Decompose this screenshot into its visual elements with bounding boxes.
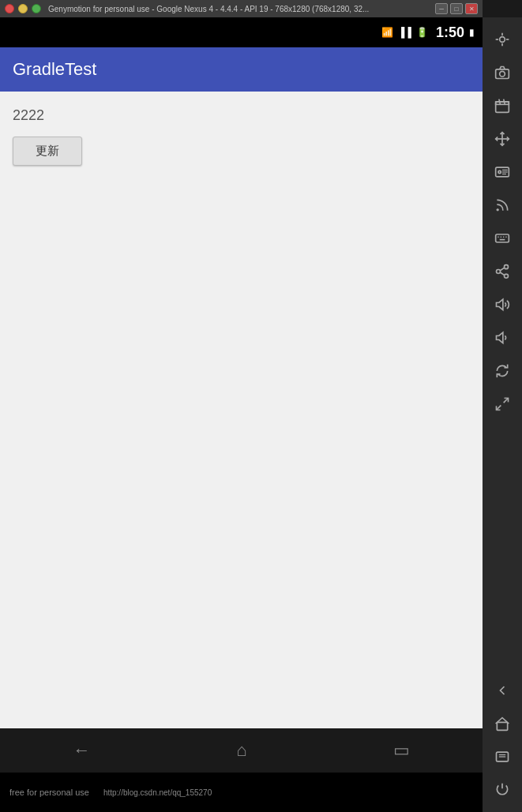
clapboard-icon xyxy=(494,98,510,114)
gps-button[interactable] xyxy=(486,24,518,55)
svg-point-26 xyxy=(505,265,509,269)
sidebar-recents-icon xyxy=(494,749,510,765)
status-time: 1:50 xyxy=(436,24,464,41)
svg-rect-35 xyxy=(497,722,507,730)
max-dot[interactable] xyxy=(32,4,41,13)
keyboard-button[interactable] xyxy=(486,223,518,254)
app-content: 2222 更新 xyxy=(0,92,483,728)
watermark-bar: free for personal use http://blog.csdn.n… xyxy=(0,773,483,812)
recents-nav-icon[interactable]: ▭ xyxy=(393,740,410,761)
svg-point-19 xyxy=(497,208,499,211)
svg-point-0 xyxy=(500,37,505,43)
svg-point-6 xyxy=(500,71,505,77)
id-icon xyxy=(494,164,510,180)
app-title: GradleTest xyxy=(13,59,96,80)
clapboard-button[interactable] xyxy=(486,90,518,122)
rss-button[interactable] xyxy=(486,189,518,221)
svg-line-30 xyxy=(501,272,505,275)
power-button[interactable] xyxy=(486,774,518,806)
sidebar-recents-button[interactable] xyxy=(486,741,518,773)
rss-icon xyxy=(494,197,510,213)
power-icon xyxy=(494,782,510,798)
android-nav-bar: ← ⌂ ▭ xyxy=(0,728,483,773)
watermark-text: free for personal use xyxy=(9,788,89,797)
share-icon xyxy=(494,264,510,279)
min-dot[interactable] xyxy=(18,4,28,13)
right-battery-icon: ▮ xyxy=(469,27,475,38)
minimize-button[interactable]: ─ xyxy=(435,3,448,14)
title-bar-left: Genymotion for personal use - Google Nex… xyxy=(5,4,369,13)
window-title: Genymotion for personal use - Google Nex… xyxy=(48,5,369,13)
rotate-icon xyxy=(494,363,510,379)
android-status-bar: 📶 ▐▐ 🔋 1:50 ▮ xyxy=(0,17,483,47)
move-button[interactable] xyxy=(486,123,518,155)
update-button[interactable]: 更新 xyxy=(13,137,82,166)
svg-line-29 xyxy=(501,268,505,270)
resize-button[interactable] xyxy=(486,388,518,420)
home-nav-icon[interactable]: ⌂ xyxy=(236,740,246,761)
resize-icon xyxy=(494,396,510,412)
svg-marker-31 xyxy=(497,299,503,309)
camera-button[interactable] xyxy=(486,57,518,88)
close-button[interactable]: ✕ xyxy=(465,3,478,14)
volume-down-button[interactable] xyxy=(486,322,518,354)
title-bar-buttons: ─ □ ✕ xyxy=(435,3,478,14)
keyboard-icon xyxy=(494,230,510,246)
content-value: 2222 xyxy=(13,107,470,124)
volume-down-icon xyxy=(494,330,510,346)
id-button[interactable] xyxy=(486,156,518,188)
wifi-icon: 📶 xyxy=(381,27,393,38)
title-bar: Genymotion for personal use - Google Nex… xyxy=(0,0,483,17)
genymotion-sidebar xyxy=(483,17,522,812)
svg-point-28 xyxy=(505,274,509,278)
svg-rect-7 xyxy=(496,102,509,112)
watermark-url: http://blog.csdn.net/qq_155270 xyxy=(103,788,212,797)
move-icon xyxy=(494,131,510,147)
svg-line-34 xyxy=(497,406,501,410)
volume-up-icon xyxy=(494,297,510,312)
maximize-button[interactable]: □ xyxy=(450,3,463,14)
camera-icon xyxy=(494,65,510,80)
gps-icon xyxy=(494,32,510,47)
volume-up-button[interactable] xyxy=(486,289,518,320)
close-dot[interactable] xyxy=(5,4,14,13)
svg-point-27 xyxy=(497,270,501,274)
sidebar-home-button[interactable] xyxy=(486,708,518,739)
sidebar-home-icon xyxy=(494,716,510,732)
svg-rect-20 xyxy=(496,234,509,242)
svg-point-15 xyxy=(498,170,501,173)
battery-icon: 🔋 xyxy=(416,27,428,38)
sidebar-back-button[interactable] xyxy=(486,675,518,706)
sidebar-back-icon xyxy=(494,683,510,698)
rotate-button[interactable] xyxy=(486,355,518,387)
svg-marker-32 xyxy=(497,332,503,342)
back-nav-icon[interactable]: ← xyxy=(73,740,90,761)
share-button[interactable] xyxy=(486,256,518,287)
svg-line-33 xyxy=(504,399,509,403)
app-toolbar: GradleTest xyxy=(0,47,483,92)
signal-icon: ▐▐ xyxy=(398,27,411,38)
emulator-frame: 📶 ▐▐ 🔋 1:50 ▮ GradleTest 2222 更新 ← ⌂ ▭ f… xyxy=(0,17,483,812)
